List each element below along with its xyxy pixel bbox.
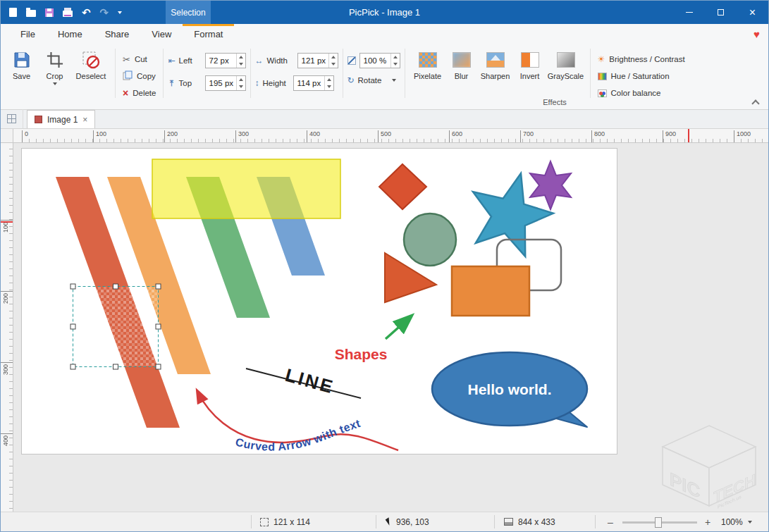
tab-format[interactable]: Format [183, 24, 234, 44]
donate-heart-icon[interactable]: ♥ [753, 24, 760, 44]
green-arrow [386, 316, 411, 339]
invert-button[interactable]: Invert [514, 49, 546, 80]
grayscale-button[interactable]: GrayScale [546, 49, 586, 80]
quick-access-toolbar: ↶ ↷ [9, 1, 122, 24]
new-file-icon[interactable] [9, 8, 17, 17]
redo-icon[interactable]: ↷ [100, 7, 109, 18]
rotate-dropdown-icon[interactable] [392, 79, 396, 82]
tab-file[interactable]: File [9, 24, 47, 44]
ruler-tick-label: 500 [378, 130, 391, 143]
hue-saturation-button[interactable]: Hue / Saturation [595, 69, 688, 83]
pictech-watermark: PIC TECH PicTech.us [660, 424, 758, 509]
tab-view[interactable]: View [140, 24, 183, 44]
color-balance-button[interactable]: Color balance [595, 86, 688, 100]
ruler-tick-label: 400 [2, 435, 9, 446]
cut-button[interactable]: ✂ Cut [120, 52, 159, 66]
maximize-button[interactable] [705, 1, 737, 24]
zoom-dropdown-icon[interactable] [748, 521, 752, 524]
selection-handle[interactable] [70, 324, 75, 329]
toolbar-dropdown-icon[interactable] [118, 11, 122, 14]
sharpen-button[interactable]: Sharpen [477, 49, 514, 80]
zoom-level[interactable]: 100% [721, 512, 752, 531]
ribbon-separator [590, 49, 591, 98]
save-icon [12, 50, 32, 70]
top-label: Top [179, 79, 202, 87]
selection-handle[interactable] [156, 364, 161, 369]
workspace: 0 100 200 300 400 500 600 700 800 900 10… [1, 129, 768, 513]
width-value[interactable]: 121 px [298, 54, 328, 68]
selection-mode-chip[interactable]: Selection [166, 1, 211, 24]
grayscale-label: GrayScale [548, 72, 584, 80]
zoom-in-button[interactable]: + [701, 512, 714, 531]
save-file-icon[interactable] [45, 8, 54, 17]
selection-handle[interactable] [156, 284, 161, 289]
deselect-icon [81, 50, 101, 70]
width-spinner[interactable]: 121 px [297, 53, 338, 68]
width-spin-buttons[interactable] [328, 54, 338, 68]
zoom-slider[interactable] [622, 521, 697, 524]
tab-home[interactable]: Home [47, 24, 94, 44]
window-controls: × [673, 1, 768, 24]
maximize-icon [718, 9, 724, 16]
print-icon[interactable] [63, 11, 73, 17]
crop-dropdown-icon[interactable] [53, 82, 57, 85]
copy-button[interactable]: Copy [120, 69, 159, 83]
ruler-corner [1, 129, 13, 143]
brightness-label: Brightness / Contrast [609, 55, 684, 63]
left-value[interactable]: 72 px [206, 54, 236, 68]
picpick-window: ↶ ↷ PicPick - Image 1 Selection × File H… [0, 0, 769, 532]
blur-icon [453, 52, 471, 68]
selection-handle[interactable] [70, 284, 75, 289]
tab-share[interactable]: Share [94, 24, 141, 44]
vertical-ruler: 100 200 300 400 [1, 143, 13, 513]
image-canvas[interactable]: Shapes LINE Curved Arrow with text Hello… [22, 149, 617, 454]
height-spinner[interactable]: 114 px [293, 75, 334, 91]
minimize-button[interactable] [673, 1, 705, 24]
height-spin-buttons[interactable] [324, 76, 333, 90]
image-size-icon [504, 518, 513, 526]
save-button[interactable]: Save [5, 49, 38, 80]
collapse-ribbon-icon[interactable] [751, 99, 759, 107]
zoom-out-button[interactable]: – [604, 512, 617, 531]
statusbar-separator [494, 515, 495, 528]
crop-button[interactable]: Crop [38, 49, 71, 85]
scale-value[interactable]: 100 % [360, 54, 390, 68]
statusbar-separator [595, 515, 596, 528]
left-spin-buttons[interactable] [236, 54, 245, 68]
height-icon: ↕ [255, 78, 259, 88]
ribbon-separator [163, 49, 164, 98]
blur-label: Blur [455, 72, 469, 80]
open-file-icon[interactable] [26, 10, 36, 17]
document-tab-image1[interactable]: Image 1 × [27, 110, 95, 128]
effects-group-label: Effects [525, 98, 584, 106]
zoom-slider-thumb[interactable] [655, 517, 662, 528]
curved-arrow-text: Curved Arrow with text [234, 417, 362, 453]
selection-handle[interactable] [113, 364, 118, 369]
scale-spin-buttons[interactable] [390, 54, 400, 68]
brightness-contrast-button[interactable]: ☀ Brightness / Contrast [595, 52, 688, 66]
rotate-button[interactable]: ↻ Rotate [347, 75, 400, 85]
selection-handle[interactable] [70, 364, 75, 369]
close-button[interactable]: × [737, 1, 768, 24]
ruler-tick-label: 900 [663, 130, 676, 143]
selection-handle[interactable] [113, 284, 118, 289]
top-value[interactable]: 195 px [206, 76, 236, 90]
selection-size-indicator: 121 x 114 [260, 512, 310, 531]
undo-icon[interactable]: ↶ [82, 7, 91, 18]
pixelate-button[interactable]: Pixelate [410, 49, 446, 80]
tab-close-icon[interactable]: × [82, 116, 87, 124]
height-value[interactable]: 114 px [294, 76, 324, 90]
scale-spinner[interactable]: 100 % [359, 53, 400, 68]
left-spinner[interactable]: 72 px [205, 53, 246, 68]
blur-button[interactable]: Blur [446, 49, 477, 80]
statusbar-separator [251, 515, 252, 528]
speech-bubble-text: Hello world. [467, 381, 551, 397]
tab-list-button[interactable] [1, 109, 23, 128]
top-spin-buttons[interactable] [236, 76, 245, 90]
adjustments-group: ☀ Brightness / Contrast Hue / Saturation… [595, 49, 688, 100]
selection-handle[interactable] [156, 324, 161, 329]
deselect-button[interactable]: Deselect [71, 49, 111, 80]
delete-button[interactable]: × Delete [120, 86, 159, 100]
top-spinner[interactable]: 195 px [205, 75, 246, 91]
shapes-label: Shapes [335, 346, 388, 362]
